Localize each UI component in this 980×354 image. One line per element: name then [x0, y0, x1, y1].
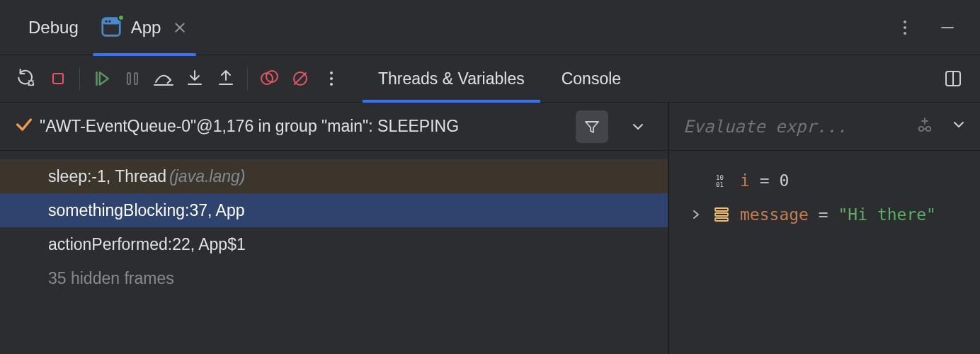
frame-text: actionPerformed:22, App$1 [48, 235, 246, 254]
hidden-frames-text: 35 hidden frames [48, 269, 174, 288]
tab-app[interactable]: App [90, 0, 200, 55]
tab-label: App [131, 18, 161, 38]
svg-point-6 [904, 32, 906, 35]
svg-point-2 [105, 20, 107, 22]
svg-point-3 [108, 20, 110, 22]
minimize-icon[interactable] [935, 15, 960, 40]
svg-point-5 [904, 26, 906, 29]
pause-button[interactable] [117, 63, 148, 94]
svg-point-15 [330, 77, 333, 80]
debug-toolbar: Threads & Variables Console [0, 55, 980, 103]
svg-rect-24 [715, 218, 728, 221]
resume-button[interactable] [86, 63, 117, 94]
add-watch-icon[interactable] [915, 115, 935, 139]
view-breakpoints-button[interactable] [253, 63, 285, 94]
svg-point-14 [330, 72, 333, 74]
tabstrip-right-actions [892, 15, 960, 40]
expand-chevron-icon[interactable] [689, 210, 703, 219]
svg-point-18 [919, 126, 923, 130]
stack-frame[interactable]: sleep:-1, Thread (java.lang) [0, 159, 668, 193]
thread-dropdown-chevron[interactable] [622, 111, 654, 142]
layout-settings-icon[interactable] [938, 63, 969, 94]
thread-selector-row: "AWT-EventQueue-0"@1,176 in group "main"… [0, 103, 668, 151]
evaluate-input[interactable]: Evaluate expr... [683, 117, 904, 137]
frames-pane: "AWT-EventQueue-0"@1,176 in group "main"… [0, 103, 668, 354]
subtab-label: Console [562, 69, 621, 88]
check-icon [14, 115, 34, 139]
subtab-console[interactable]: Console [546, 55, 637, 102]
svg-text:01: 01 [716, 181, 724, 188]
window-tabstrip: Debug App [0, 0, 980, 55]
subtab-threads-variables[interactable]: Threads & Variables [363, 55, 540, 102]
mute-breakpoints-button[interactable] [285, 63, 316, 94]
int-icon: 1001 [712, 171, 731, 190]
svg-text:10: 10 [716, 174, 724, 181]
variable-value: 0 [779, 171, 789, 190]
svg-point-19 [926, 126, 930, 130]
frame-package: (java.lang) [169, 167, 245, 186]
tab-debug[interactable]: Debug [17, 0, 90, 55]
tab-label: Debug [28, 18, 79, 38]
app-icon [101, 17, 122, 38]
step-over-button[interactable] [148, 63, 179, 94]
more-actions-icon[interactable] [316, 63, 347, 94]
subtab-label: Threads & Variables [378, 69, 525, 88]
variables-pane: Evaluate expr... 1001 i = 0 [668, 103, 980, 354]
string-icon [712, 205, 731, 224]
svg-rect-9 [127, 73, 130, 84]
frames-list: sleep:-1, Thread (java.lang) somethingBl… [0, 151, 668, 354]
separator [79, 67, 80, 90]
more-icon[interactable] [892, 15, 918, 40]
stack-frame[interactable]: actionPerformed:22, App$1 [0, 227, 668, 261]
step-into-button[interactable] [179, 63, 210, 94]
step-out-button[interactable] [210, 63, 241, 94]
svg-rect-23 [715, 213, 728, 216]
variable-name: i [740, 171, 750, 190]
svg-rect-22 [715, 208, 728, 211]
svg-point-16 [330, 83, 333, 86]
evaluate-bar: Evaluate expr... [669, 103, 980, 151]
variable-value: "Hi there" [838, 205, 936, 224]
svg-rect-8 [53, 74, 63, 84]
close-icon[interactable] [172, 20, 188, 35]
variable-row[interactable]: 1001 i = 0 [669, 164, 980, 198]
equals-text: = [760, 171, 780, 190]
equals-text: = [819, 205, 838, 224]
stack-frame[interactable]: somethingBlocking:37, App [0, 193, 668, 227]
frame-text: sleep:-1, Thread [48, 167, 166, 186]
filter-button[interactable] [576, 110, 608, 143]
debug-subtabs: Threads & Variables Console [363, 55, 637, 102]
rerun-button[interactable] [11, 63, 42, 94]
variables-list: 1001 i = 0 message = "Hi the [669, 151, 980, 244]
separator [247, 67, 248, 90]
stop-button[interactable] [42, 63, 74, 94]
hidden-frames-row[interactable]: 35 hidden frames [0, 261, 668, 295]
variable-row[interactable]: message = "Hi there" [669, 198, 980, 232]
debug-main: "AWT-EventQueue-0"@1,176 in group "main"… [0, 103, 980, 354]
frame-text: somethingBlocking:37, App [48, 201, 244, 220]
svg-point-4 [904, 21, 906, 23]
variable-name: message [740, 205, 809, 224]
thread-status-text[interactable]: "AWT-EventQueue-0"@1,176 in group "main"… [40, 117, 459, 136]
svg-rect-10 [135, 73, 137, 84]
expand-chevron-icon[interactable] [952, 117, 966, 136]
